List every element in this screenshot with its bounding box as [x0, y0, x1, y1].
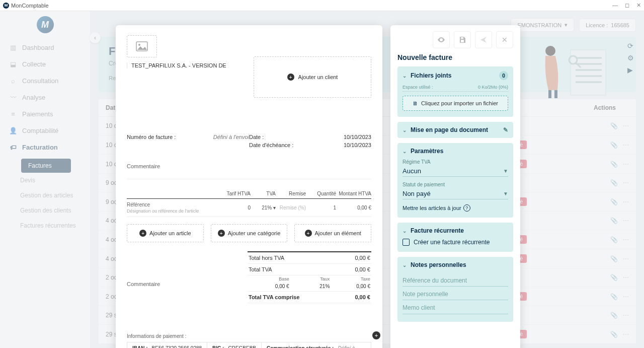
due-date-value[interactable]: 10/10/2023: [344, 142, 371, 148]
total-ttc-label: Total TVA comprise: [249, 294, 299, 300]
client-memo-input[interactable]: [403, 300, 508, 314]
section-recurrent: ⌄ Facture récurrente Créer une facture r…: [397, 223, 513, 252]
close-window-button[interactable]: ✕: [636, 2, 641, 9]
total-ht-value: 0,00 €: [355, 255, 370, 261]
panel-title: Nouvelle facture: [397, 53, 513, 61]
payment-info: IBAN :BE56 7320 2566 0288 BIC :CREGBEBB …: [127, 342, 371, 348]
add-category-button[interactable]: +Ajouter une catégorie: [211, 224, 288, 242]
import-file-button[interactable]: 🗎 Cliquez pour importer un fichier: [403, 96, 508, 111]
total-ttc-value: 0,00 €: [355, 294, 370, 300]
section-attachments: ⌄ Fichiers joints 0 Espace utilisé :0 Ko…: [397, 66, 513, 117]
personal-note-input[interactable]: [403, 287, 508, 300]
regime-select[interactable]: Aucun▼: [403, 166, 508, 177]
app-name: MonComptable: [11, 3, 49, 9]
plus-icon: +: [305, 230, 312, 237]
send-button[interactable]: [475, 31, 492, 48]
comment2-input[interactable]: [127, 288, 237, 318]
attachments-toggle[interactable]: ⌄ Fichiers joints 0: [397, 66, 513, 85]
document-reference-input[interactable]: [403, 273, 508, 287]
edit-icon[interactable]: ✎: [503, 126, 508, 133]
line-remise[interactable]: Remise (%): [276, 205, 306, 211]
chevron-down-icon: ⌄: [403, 149, 407, 154]
file-icon: 🗎: [413, 100, 418, 106]
payment-status-select[interactable]: Non payé▼: [403, 188, 508, 199]
notes-toggle[interactable]: ⌄ Notes personnelles: [397, 257, 513, 273]
recurrent-toggle[interactable]: ⌄ Facture récurrente: [397, 223, 513, 239]
window-controls: — ◻ ✕: [612, 2, 641, 9]
chevron-down-icon: ⌄: [403, 228, 407, 234]
plus-icon: +: [287, 74, 294, 81]
chevron-down-icon: ⌄: [403, 127, 407, 133]
line-tarif[interactable]: 0: [215, 205, 251, 211]
svg-point-12: [138, 44, 140, 46]
minimize-button[interactable]: —: [612, 2, 618, 9]
comment-label: Commentaire: [127, 163, 371, 169]
update-articles-link[interactable]: Mettre les articles à jour?: [403, 204, 508, 212]
regime-label: Régime TVA: [403, 159, 508, 165]
section-notes: ⌄ Notes personnelles: [397, 257, 513, 322]
iban-value: BE56 7320 2566 0288: [152, 345, 202, 348]
line-designation[interactable]: Désignation ou référence de l'article: [127, 208, 215, 214]
line-tva-select[interactable]: 21% ▾: [251, 205, 276, 211]
section-parameters: ⌄ Paramètres Régime TVA Aucun▼ Statut de…: [397, 143, 513, 218]
checkbox[interactable]: [403, 239, 410, 246]
chevron-down-icon: ⌄: [403, 73, 407, 79]
add-element-button[interactable]: +Ajouter un élément: [294, 224, 371, 242]
total-tva-value: 0,00 €: [355, 266, 370, 272]
payment-status-label: Statut de paiement: [403, 182, 508, 187]
invoice-settings-panel: ✕ Nouvelle facture ⌄ Fichiers joints 0 E…: [390, 25, 520, 348]
line-items-header: Tarif HTVA TVA Remise Quantité Montant H…: [127, 191, 371, 199]
save-button[interactable]: [454, 31, 471, 48]
attachments-count: 0: [499, 71, 508, 80]
invoice-editor-modal: TEST_PARFILUX S.A. - VERSION DE + Ajoute…: [116, 25, 382, 348]
add-client-button[interactable]: + Ajouter un client: [254, 56, 371, 98]
comment2-label: Commentaire: [127, 281, 160, 287]
close-panel-button[interactable]: ✕: [496, 31, 513, 48]
date-label: Date :: [249, 134, 264, 140]
plus-icon: +: [139, 230, 146, 237]
app-logo-small: M: [3, 3, 9, 9]
invoice-logo-placeholder[interactable]: [127, 35, 157, 57]
chevron-down-icon: ▼: [503, 168, 508, 174]
line-item-row[interactable]: Référence Désignation ou référence de l'…: [127, 199, 371, 217]
help-icon: ?: [463, 204, 470, 212]
parameters-toggle[interactable]: ⌄ Paramètres: [397, 143, 513, 159]
comment-input[interactable]: [127, 169, 371, 179]
bic-value: CREGBEBB: [228, 345, 256, 348]
invoice-number-label: Numéro de facture :: [127, 134, 176, 140]
chevron-down-icon: ▼: [503, 191, 508, 196]
total-ht-label: Total hors TVA: [249, 255, 284, 261]
layout-toggle[interactable]: ⌄ Mise en page du document ✎: [397, 122, 513, 138]
preview-button[interactable]: [433, 31, 450, 48]
titlebar: M MonComptable — ◻ ✕: [0, 0, 644, 11]
plus-icon: +: [218, 230, 225, 237]
add-total-line-button[interactable]: +: [372, 331, 380, 339]
section-layout: ⌄ Mise en page du document ✎: [397, 122, 513, 138]
chevron-down-icon: ⌄: [403, 262, 407, 268]
invoice-number-value: Défini à l'envoi: [213, 134, 249, 140]
totals-block: Total hors TVA0,00 € Total TVA0,00 € Bas…: [248, 251, 371, 303]
due-date-label: Date d'échéance :: [249, 142, 293, 148]
recurrent-checkbox-row[interactable]: Créer une facture récurrente: [397, 239, 513, 252]
total-tva-label: Total TVA: [249, 266, 272, 272]
maximize-button[interactable]: ◻: [625, 2, 629, 9]
add-article-button[interactable]: +Ajouter un article: [127, 224, 204, 242]
line-reference[interactable]: Référence: [127, 202, 215, 207]
line-amount: 0,00 €: [336, 205, 371, 211]
payment-info-label: Informations de paiement :: [127, 333, 371, 339]
space-used-value: 0 Ko/2Mo (0%): [478, 85, 508, 90]
line-qty[interactable]: 1: [306, 205, 336, 211]
date-value[interactable]: 10/10/2023: [344, 134, 371, 140]
